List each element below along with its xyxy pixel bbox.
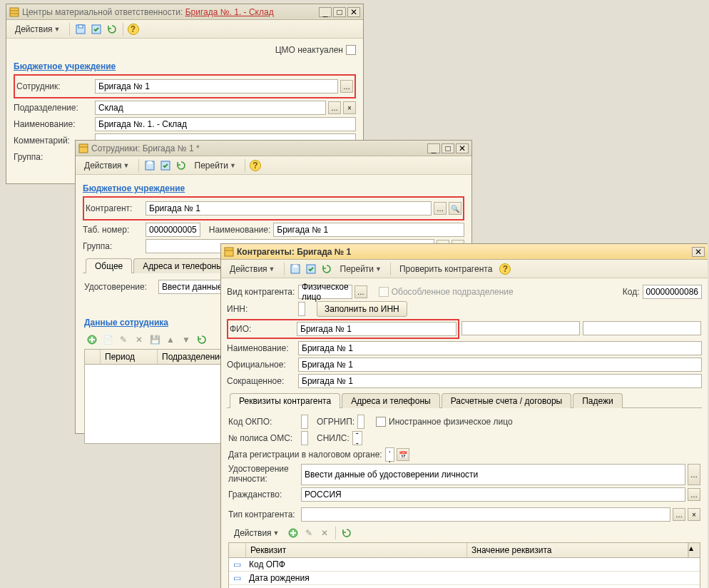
- refresh-icon[interactable]: [106, 23, 118, 36]
- regdate-field[interactable]: . .: [385, 447, 394, 462]
- name-field[interactable]: Бригада №. 1. - Склад: [95, 117, 356, 131]
- check-counterparty[interactable]: Проверить контрагента: [395, 263, 496, 275]
- refresh-grid-icon[interactable]: [340, 527, 353, 539]
- save-icon[interactable]: [289, 263, 302, 275]
- actions-menu[interactable]: Действия▼: [225, 263, 280, 275]
- move-down-icon[interactable]: ▼: [180, 333, 193, 346]
- actions-menu[interactable]: Действия▼: [11, 23, 65, 36]
- code-field[interactable]: 00000000086: [643, 285, 702, 299]
- actions-menu-grid[interactable]: Действия▼: [230, 527, 284, 539]
- copy-row-icon[interactable]: 📄: [101, 333, 114, 346]
- not-actual-checkbox[interactable]: [346, 45, 356, 55]
- name-field[interactable]: Бригада № 1: [273, 223, 464, 237]
- help-icon[interactable]: ?: [250, 160, 261, 171]
- foreign-checkbox[interactable]: [376, 417, 386, 427]
- table-row[interactable]: ▭Код ОПФ: [229, 558, 700, 572]
- refresh-icon[interactable]: [320, 263, 333, 275]
- close-button[interactable]: ✕: [692, 247, 705, 257]
- tab-cases[interactable]: Падежи: [573, 393, 623, 408]
- table-row[interactable]: ▭Дата рождения: [229, 572, 700, 585]
- actions-menu[interactable]: Действия▼: [80, 159, 134, 172]
- save-close-icon[interactable]: [305, 263, 317, 275]
- fio-field[interactable]: Бригада № 1: [297, 322, 456, 336]
- dept-picker[interactable]: …: [328, 101, 341, 114]
- col-requisite[interactable]: Реквизит: [246, 543, 467, 557]
- titlebar[interactable]: Контрагенты: Бригада № 1 ✕: [221, 244, 708, 260]
- maximize-button[interactable]: □: [333, 7, 346, 17]
- tab-requisites[interactable]: Реквизиты контрагента: [230, 393, 340, 408]
- save-close-icon[interactable]: [159, 159, 172, 172]
- ctype-clear[interactable]: ×: [688, 508, 700, 521]
- name-field[interactable]: Бригада № 1: [298, 341, 702, 355]
- minimize-button[interactable]: _: [427, 143, 440, 153]
- tab-addresses[interactable]: Адреса и телефоны: [133, 258, 232, 273]
- kind-picker[interactable]: …: [354, 285, 367, 298]
- snils-label: СНИЛС:: [317, 433, 350, 443]
- fio-field-2[interactable]: [461, 321, 580, 335]
- delete-row-icon[interactable]: ✕: [133, 333, 146, 346]
- citizenship-field[interactable]: РОССИЯ: [301, 487, 685, 502]
- refresh-grid-icon[interactable]: [195, 333, 208, 346]
- edit-row-icon[interactable]: ✎: [117, 333, 130, 346]
- save-icon[interactable]: [143, 159, 156, 172]
- minimize-button[interactable]: _: [319, 7, 332, 17]
- okpo-field[interactable]: [301, 415, 308, 429]
- titlebar[interactable]: Центры материальной ответственности: Бри…: [6, 4, 363, 20]
- app-icon: [224, 247, 234, 257]
- dept-clear[interactable]: ×: [343, 101, 356, 114]
- row-icon: ▭: [229, 572, 245, 584]
- refresh-icon[interactable]: [175, 159, 188, 172]
- tab-accounts[interactable]: Расчетные счета / договоры: [442, 393, 572, 408]
- short-field[interactable]: Бригада № 1: [298, 374, 702, 388]
- tabnum-field[interactable]: 0000000005: [146, 223, 200, 237]
- ctype-picker[interactable]: …: [673, 508, 685, 521]
- delete-row-icon[interactable]: ✕: [318, 527, 331, 539]
- help-icon[interactable]: ?: [499, 263, 511, 275]
- kind-field[interactable]: Физическое лицо: [298, 285, 352, 299]
- employee-field[interactable]: Бригада № 1: [95, 79, 338, 93]
- save-row-icon[interactable]: 💾: [148, 333, 161, 346]
- dept-field[interactable]: Склад: [95, 101, 326, 115]
- goto-menu[interactable]: Перейти▼: [336, 263, 386, 275]
- close-button[interactable]: ✕: [347, 7, 360, 17]
- edit-row-icon[interactable]: ✎: [302, 527, 315, 539]
- employee-picker[interactable]: …: [340, 80, 353, 93]
- tab-addresses[interactable]: Адреса и телефоны: [342, 393, 440, 408]
- tab-general[interactable]: Общее: [86, 258, 132, 273]
- official-field[interactable]: Бригада № 1: [298, 358, 702, 372]
- col-value[interactable]: Значение реквизита: [467, 543, 688, 557]
- move-up-icon[interactable]: ▲: [164, 333, 177, 346]
- table-row[interactable]: ▭Страна места нахождения: [229, 585, 700, 588]
- identity-field[interactable]: Ввести данные об удостоверении личности: [301, 464, 685, 485]
- help-icon[interactable]: ?: [128, 24, 139, 35]
- save-close-icon[interactable]: [90, 23, 103, 36]
- identity-label: Удостоверение личности:: [228, 464, 298, 484]
- svg-rect-0: [10, 8, 19, 16]
- identity-picker[interactable]: …: [688, 464, 700, 485]
- titlebar[interactable]: Сотрудники: Бригада № 1 * _ □ ✕: [76, 141, 471, 156]
- vscroll-head[interactable]: ▴: [688, 543, 700, 557]
- close-button[interactable]: ✕: [456, 143, 469, 153]
- goto-menu[interactable]: Перейти▼: [190, 159, 240, 172]
- ctype-field[interactable]: [301, 507, 670, 522]
- official-label: Официальное:: [227, 360, 295, 370]
- citizenship-picker[interactable]: …: [688, 488, 700, 501]
- inn-field[interactable]: [298, 302, 305, 316]
- snils-field[interactable]: - -: [352, 431, 362, 445]
- add-row-icon[interactable]: [86, 333, 98, 346]
- ogrnip-field[interactable]: [357, 415, 364, 429]
- counterparty-search[interactable]: 🔍: [449, 202, 461, 215]
- oms-field[interactable]: [301, 431, 308, 445]
- app-icon: [78, 143, 88, 153]
- fio-field-3[interactable]: [583, 321, 701, 335]
- requisites-table[interactable]: Реквизит Значение реквизита ▴ ▭Код ОПФ ▭…: [228, 542, 700, 588]
- fill-by-inn-button[interactable]: Заполнить по ИНН: [317, 301, 407, 317]
- save-icon[interactable]: [74, 23, 87, 36]
- name-label: Наименование:: [14, 119, 92, 129]
- col-period[interactable]: Период: [101, 350, 158, 364]
- counterparty-picker[interactable]: …: [434, 202, 447, 215]
- regdate-calendar[interactable]: 📅: [397, 448, 409, 461]
- add-row-icon[interactable]: [287, 527, 300, 539]
- maximize-button[interactable]: □: [442, 143, 454, 153]
- counterparty-field[interactable]: Бригада № 1: [146, 201, 432, 216]
